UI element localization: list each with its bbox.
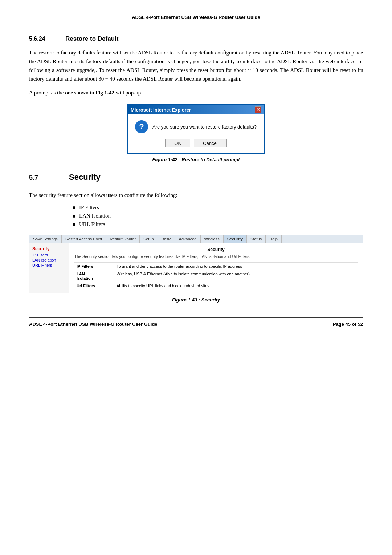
- nav-security[interactable]: Security: [224, 235, 247, 243]
- table-cell-ip-filters-desc: To grant and deny access to the router a…: [114, 263, 358, 270]
- ie-dialog-buttons: OK Cancel: [135, 139, 257, 147]
- ie-dialog: Microsoft Internet Explorer ✕ ? Are you …: [127, 104, 265, 154]
- prompt-figref: Fig 1-42: [95, 90, 114, 96]
- bullet-ip-filters: IP Filters: [73, 204, 363, 211]
- prompt-suffix: will pop-up.: [114, 90, 142, 96]
- table-cell-ip-filters-label: IP Filters: [74, 263, 114, 270]
- bullet-dot-3: [73, 223, 75, 226]
- section-57-intro: The security feature section allows user…: [29, 191, 363, 199]
- figure-143-caption: Figure 1-43 : Security: [29, 297, 363, 303]
- figure-142-caption: Figure 1-42 : Restore to Default prompt: [29, 157, 363, 162]
- router-sidebar: Security IP Filters LAN Isolation URL Fi…: [29, 243, 69, 293]
- prompt-text: A prompt as the one shown in: [29, 90, 94, 96]
- section-57-number: 5.7: [29, 174, 54, 182]
- page-header: ADSL 4-Port Ethernet USB Wireless-G Rout…: [29, 15, 363, 20]
- nav-help[interactable]: Help: [266, 235, 282, 243]
- section-5624-paragraph: The restore to factory defaults feature …: [29, 48, 363, 83]
- bullet-lan-isolation: LAN Isolation: [73, 213, 363, 219]
- section-5624-number: 5.6.24: [29, 36, 58, 42]
- ie-title-bar: Microsoft Internet Explorer ✕: [128, 105, 264, 114]
- ie-cancel-button[interactable]: Cancel: [194, 139, 226, 147]
- nav-advanced[interactable]: Advanced: [175, 235, 201, 243]
- section-57-title: Security: [69, 173, 101, 182]
- table-row-lan-isolation: LANIsolation Wireless, USB & Ethernet (A…: [74, 270, 358, 282]
- section-57: 5.7 Security The security feature sectio…: [29, 173, 363, 227]
- section-57-heading: 5.7 Security: [29, 173, 363, 182]
- sidebar-ip-filters[interactable]: IP Filters: [32, 253, 66, 257]
- section-5624-heading: 5.6.24 Restore to Default: [29, 35, 363, 42]
- table-cell-url-filters-desc: Ability to specify URL links and block u…: [114, 282, 358, 290]
- nav-basic[interactable]: Basic: [158, 235, 175, 243]
- ie-close-button[interactable]: ✕: [255, 106, 261, 113]
- section-57-bullets: IP Filters LAN Isolation URL Filters: [73, 204, 363, 227]
- ie-dialog-title: Microsoft Internet Explorer: [131, 107, 191, 113]
- bullet-label-3: URL Filters: [79, 221, 105, 227]
- table-row-ip-filters: IP Filters To grant and deny access to t…: [74, 263, 358, 270]
- router-ui-screenshot: Save Settings Restart Access Point Resta…: [29, 235, 363, 293]
- bullet-dot-2: [73, 215, 75, 218]
- ie-ok-button[interactable]: OK: [165, 139, 190, 147]
- sidebar-url-filters[interactable]: URL Filters: [32, 263, 66, 267]
- nav-restart-ap[interactable]: Restart Access Point: [62, 235, 106, 243]
- ie-dialog-content: ? Are you sure you want to restore facto…: [135, 120, 257, 133]
- bullet-url-filters: URL Filters: [73, 221, 363, 227]
- ie-question-icon: ?: [135, 120, 148, 133]
- header-rule: [29, 24, 363, 24]
- table-cell-lan-isolation-label: LANIsolation: [74, 270, 114, 282]
- page-footer: ADSL 4-Port Ethernet USB Wireless-G Rout…: [29, 321, 363, 327]
- footer-title: ADSL 4-Port Ethernet USB Wireless-G Rout…: [29, 321, 158, 327]
- ie-dialog-body: ? Are you sure you want to restore facto…: [128, 114, 264, 153]
- nav-status[interactable]: Status: [247, 235, 266, 243]
- bullet-dot-1: [73, 206, 75, 209]
- router-main: Security The Security section lets you c…: [69, 243, 363, 293]
- footer-rule: [29, 317, 363, 318]
- nav-setup[interactable]: Setup: [140, 235, 158, 243]
- router-features-table: IP Filters To grant and deny access to t…: [74, 262, 358, 289]
- ie-dialog-message: Are you sure you want to restore factory…: [152, 124, 257, 130]
- router-body: Security IP Filters LAN Isolation URL Fi…: [29, 243, 363, 293]
- router-nav: Save Settings Restart Access Point Resta…: [29, 235, 363, 243]
- sidebar-lan-isolation[interactable]: LAN Isolation: [32, 258, 66, 262]
- router-main-title: Security: [74, 247, 358, 252]
- table-cell-url-filters-label: Url Filters: [74, 282, 114, 290]
- table-cell-lan-isolation-desc: Wireless, USB & Ethernet (Able to isolat…: [114, 270, 358, 282]
- bullet-label-1: IP Filters: [79, 204, 99, 211]
- sidebar-security-title: Security: [32, 246, 66, 251]
- bullet-label-2: LAN Isolation: [79, 213, 111, 219]
- nav-save-settings[interactable]: Save Settings: [29, 235, 62, 243]
- prompt-intro: A prompt as the one shown in Fig 1-42 wi…: [29, 88, 363, 97]
- nav-restart-router[interactable]: Restart Router: [106, 235, 140, 243]
- router-main-desc: The Security section lets you configure …: [74, 254, 358, 259]
- ie-dialog-wrapper: Microsoft Internet Explorer ✕ ? Are you …: [29, 104, 363, 154]
- table-row-url-filters: Url Filters Ability to specify URL links…: [74, 282, 358, 290]
- nav-wireless[interactable]: Wireless: [201, 235, 224, 243]
- footer-page: Page 45 of 52: [333, 321, 363, 327]
- section-5624-title: Restore to Default: [65, 35, 118, 42]
